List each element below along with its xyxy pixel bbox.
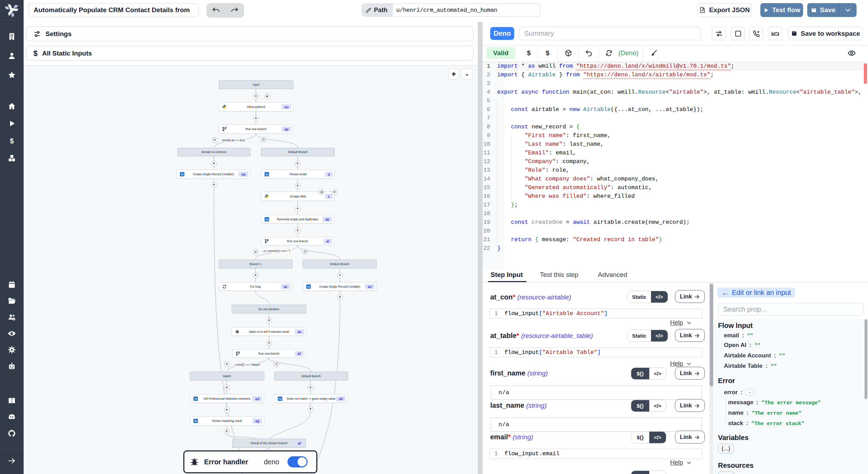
svg-text:$: $	[10, 137, 14, 145]
